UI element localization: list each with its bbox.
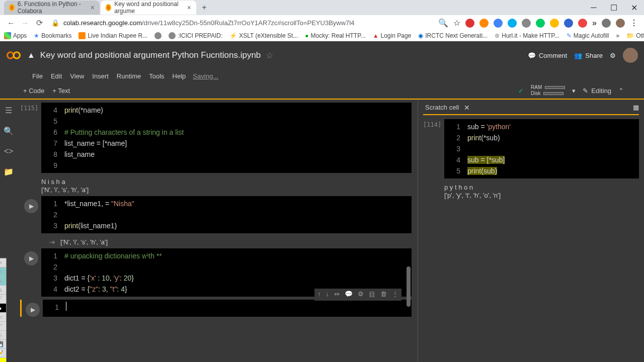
delete-icon[interactable]: 🗑	[380, 290, 387, 299]
pen-tool[interactable]: ✎	[0, 258, 6, 267]
settings-icon[interactable]: ⚙	[610, 52, 616, 59]
bookmark-item[interactable]: ▲Login Page	[373, 32, 412, 39]
run-button[interactable]: ▶	[24, 251, 38, 265]
toc-icon[interactable]: ☰	[5, 106, 12, 115]
eye-tool[interactable]: 👁	[0, 267, 6, 277]
close-button[interactable]: ✕	[624, 0, 644, 15]
snippets-icon[interactable]: <>	[4, 147, 14, 156]
apps-button[interactable]: Apps	[4, 32, 27, 39]
mirror-icon[interactable]: ⽬	[369, 290, 375, 299]
bookmark-item[interactable]: ✎Magic Autofill	[567, 32, 609, 39]
zoom-icon[interactable]: 🔍	[438, 18, 448, 28]
pointer-tool[interactable]: ⬉	[0, 277, 6, 286]
bookmark-item[interactable]: ⚡XSLT (eXtensible St...	[229, 32, 298, 39]
settings-icon[interactable]: ⚙	[358, 290, 364, 299]
new-tab-button[interactable]: +	[197, 1, 211, 15]
maximize-button[interactable]: ☐	[604, 0, 624, 15]
comment-icon[interactable]: 💬	[345, 290, 353, 299]
line-tool[interactable]: ╱	[0, 295, 6, 304]
drawing-toolbar[interactable]: ✎ 👁 ⬉ A ╱ ● ▭ ↶ ⎘ 💾 📝	[0, 258, 7, 362]
back-button[interactable]: ←	[4, 16, 18, 30]
close-icon[interactable]: ✕	[464, 104, 470, 112]
more-icon[interactable]: ⋮	[392, 290, 398, 299]
grid-view-icon[interactable]: ▦	[633, 104, 639, 111]
tab-close-icon[interactable]: ×	[91, 4, 95, 12]
menu-icon[interactable]: ⋮	[630, 18, 638, 28]
scratch-tab[interactable]: Scratch cell	[423, 103, 461, 112]
color-yellow[interactable]	[0, 358, 6, 362]
forward-button[interactable]: →	[18, 16, 32, 30]
code-editor[interactable]: 4print(*name) 5 6# Putting characters of…	[41, 103, 412, 173]
run-button[interactable]: ▶	[24, 199, 38, 213]
address-bar[interactable]: 🔒 colab.research.google.com/drive/11w8cy…	[46, 19, 438, 27]
extension-icon[interactable]	[536, 19, 545, 28]
extension-icon[interactable]	[522, 19, 531, 28]
bookmark-item[interactable]: :ICICI PREPAID:	[169, 32, 222, 39]
star-icon[interactable]: ☆	[453, 18, 460, 28]
scratch-cell[interactable]: [114] 1sub = 'python' 2print(*sub) 3 4su…	[423, 119, 639, 178]
code-cell[interactable]: ▶ 1*list_name1, = "Nisha" 2 3print(list_…	[20, 196, 412, 233]
extension-icon[interactable]	[564, 19, 573, 28]
resource-monitor[interactable]: RAM Disk	[531, 84, 565, 97]
extension-icon[interactable]	[494, 19, 503, 28]
add-code-button[interactable]: + Code	[23, 87, 44, 95]
menu-view[interactable]: View	[66, 72, 88, 80]
menu-tools[interactable]: Tools	[145, 72, 168, 80]
minimize-button[interactable]: ─	[584, 0, 604, 15]
share-button[interactable]: 👥Share	[574, 52, 603, 59]
code-editor[interactable]: 1	[43, 300, 412, 317]
note-tool[interactable]: 📝	[0, 349, 6, 358]
browser-tab-active[interactable]: Key word and positional argume ×	[101, 1, 196, 15]
run-button[interactable]: ▶	[26, 303, 40, 317]
colab-logo[interactable]	[6, 48, 21, 63]
bookmark-item[interactable]: ⊕Hurl.it - Make HTTP...	[495, 32, 559, 39]
rect-tool[interactable]: ▭	[0, 313, 6, 322]
copy-tool[interactable]: ⎘	[0, 331, 6, 340]
files-icon[interactable]: 📁	[4, 167, 14, 176]
bookmark-item[interactable]: ◉IRCTC Next Generati...	[418, 32, 488, 39]
document-title[interactable]: Key word and positional argument Python …	[40, 50, 261, 60]
extension-icon[interactable]	[465, 19, 474, 28]
bookmark-item[interactable]: Live Indian Rupee R...	[78, 32, 147, 39]
code-cell-active[interactable]: ▶ 1	[20, 300, 412, 317]
extension-icon[interactable]	[550, 19, 559, 28]
extension-icon[interactable]	[578, 19, 587, 28]
star-icon[interactable]: ☆	[266, 50, 273, 61]
more-extensions[interactable]: »	[592, 19, 597, 28]
code-cell[interactable]: [115] 4print(*name) 5 6# Putting charact…	[20, 103, 412, 173]
bookmark-item[interactable]: ★Bookmarks	[34, 32, 71, 39]
save-tool[interactable]: 💾	[0, 340, 6, 349]
menu-insert[interactable]: Insert	[88, 72, 113, 80]
circle-tool[interactable]: ●	[0, 304, 6, 313]
undo-tool[interactable]: ↶	[0, 322, 6, 331]
scrollbar[interactable]	[407, 266, 411, 307]
browser-tab[interactable]: 6. Functions in Python - Colabora ×	[4, 1, 100, 15]
extension-icon[interactable]	[479, 19, 489, 28]
dropdown-icon[interactable]: ▾	[572, 87, 576, 95]
link-icon[interactable]: ⇔	[334, 290, 340, 299]
collapse-icon[interactable]: ⌃	[618, 87, 624, 95]
user-avatar[interactable]	[623, 48, 638, 63]
bookmark-overflow[interactable]: »	[616, 32, 619, 39]
bookmark-item[interactable]	[154, 32, 162, 39]
menu-help[interactable]: Help	[169, 72, 190, 80]
menu-file[interactable]: File	[28, 72, 47, 80]
reload-button[interactable]: ⟳	[32, 16, 46, 30]
add-text-button[interactable]: + Text	[52, 87, 70, 95]
code-editor[interactable]: 1*list_name1, = "Nisha" 2 3print(list_na…	[41, 196, 412, 233]
extension-icon[interactable]	[508, 19, 517, 28]
other-bookmarks[interactable]: 📁Other bookmarks	[626, 32, 644, 39]
menu-runtime[interactable]: Runtime	[113, 72, 145, 80]
comment-button[interactable]: 💬Comment	[528, 52, 567, 59]
search-icon[interactable]: 🔍	[4, 126, 14, 136]
tab-close-icon[interactable]: ×	[187, 4, 191, 12]
profile-avatar[interactable]	[616, 19, 625, 28]
text-tool[interactable]: A	[0, 286, 6, 295]
editing-mode[interactable]: ✎Editing	[583, 87, 611, 95]
menu-edit[interactable]: Edit	[47, 72, 66, 80]
code-editor[interactable]: 1sub = 'python' 2print(*sub) 3 4sub = [*…	[444, 119, 639, 178]
move-down-icon[interactable]: ↓	[326, 290, 330, 299]
move-up-icon[interactable]: ↑	[317, 290, 321, 299]
bookmark-item[interactable]: ●Mocky: Real HTTP...	[305, 32, 365, 39]
extension-icon[interactable]	[602, 19, 611, 28]
